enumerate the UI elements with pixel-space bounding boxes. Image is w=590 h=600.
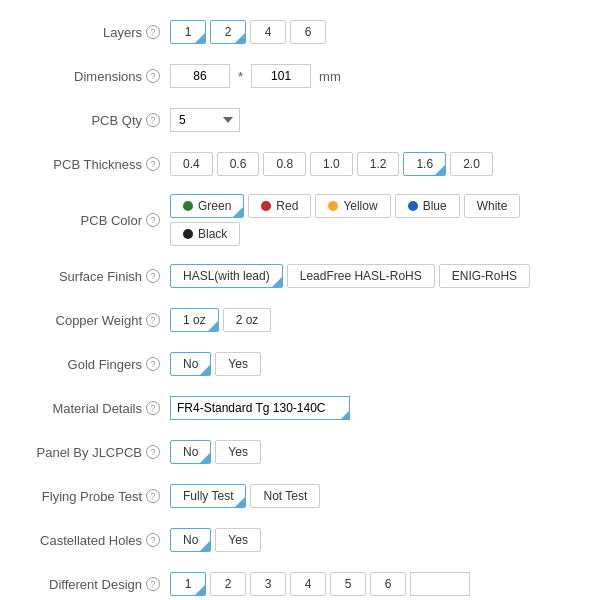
surfacefinish-enig[interactable]: ENIG-RoHS — [439, 264, 530, 288]
red-dot — [261, 201, 271, 211]
castellatedholes-help-icon[interactable]: ? — [146, 533, 160, 547]
panelbyjlcpcb-help-icon[interactable]: ? — [146, 445, 160, 459]
pcbcolor-black[interactable]: Black — [170, 222, 240, 246]
pcbcolor-yellow[interactable]: Yellow — [315, 194, 390, 218]
dimensions-unit: mm — [319, 69, 341, 84]
layers-help-icon[interactable]: ? — [146, 25, 160, 39]
pcbthickness-0.6[interactable]: 0.6 — [217, 152, 260, 176]
pcbthickness-1.2[interactable]: 1.2 — [357, 152, 400, 176]
pcbcolor-help-icon[interactable]: ? — [146, 213, 160, 227]
pcbqty-row: PCB Qty ? 5 10 15 20 25 30 50 75 100 — [0, 98, 590, 142]
castellatedholes-row: Castellated Holes ? No Yes — [0, 518, 590, 562]
panelbyjlcpcb-options: No Yes — [170, 440, 580, 464]
goldfingers-yes[interactable]: Yes — [215, 352, 261, 376]
differentdesign-help-icon[interactable]: ? — [146, 577, 160, 591]
pcbthickness-1.6[interactable]: 1.6 — [403, 152, 446, 176]
pcbqty-label: PCB Qty ? — [10, 113, 170, 128]
surfacefinish-row: Surface Finish ? HASL(with lead) LeadFre… — [0, 254, 590, 298]
blue-dot — [408, 201, 418, 211]
dimensions-separator: * — [234, 69, 247, 84]
differentdesign-extra-input[interactable] — [410, 572, 470, 596]
pcbcolor-white[interactable]: White — [464, 194, 521, 218]
materialdetails-input[interactable] — [170, 396, 350, 420]
goldfingers-help-icon[interactable]: ? — [146, 357, 160, 371]
layers-label: Layers ? — [10, 25, 170, 40]
goldfingers-row: Gold Fingers ? No Yes — [0, 342, 590, 386]
copperweight-options: 1 oz 2 oz — [170, 308, 580, 332]
surfacefinish-label: Surface Finish ? — [10, 269, 170, 284]
flyingprobetest-fully[interactable]: Fully Test — [170, 484, 246, 508]
dimensions-help-icon[interactable]: ? — [146, 69, 160, 83]
yellow-dot — [328, 201, 338, 211]
flyingprobetest-row: Flying Probe Test ? Fully Test Not Test — [0, 474, 590, 518]
layers-option-4[interactable]: 4 — [250, 20, 286, 44]
differentdesign-row: Different Design ? 1 2 3 4 5 6 — [0, 562, 590, 600]
copperweight-help-icon[interactable]: ? — [146, 313, 160, 327]
pcbthickness-help-icon[interactable]: ? — [146, 157, 160, 171]
goldfingers-no[interactable]: No — [170, 352, 211, 376]
layers-option-1[interactable]: 1 — [170, 20, 206, 44]
castellatedholes-no[interactable]: No — [170, 528, 211, 552]
pcbthickness-2.0[interactable]: 2.0 — [450, 152, 493, 176]
goldfingers-label: Gold Fingers ? — [10, 357, 170, 372]
dimensions-label: Dimensions ? — [10, 69, 170, 84]
surfacefinish-options: HASL(with lead) LeadFree HASL-RoHS ENIG-… — [170, 264, 580, 288]
surfacefinish-hasl[interactable]: HASL(with lead) — [170, 264, 283, 288]
differentdesign-4[interactable]: 4 — [290, 572, 326, 596]
layers-row: Layers ? 1 2 4 6 — [0, 10, 590, 54]
pcbcolor-green[interactable]: Green — [170, 194, 244, 218]
pcbqty-options: 5 10 15 20 25 30 50 75 100 — [170, 108, 580, 132]
dimensions-options: * mm — [170, 64, 580, 88]
pcbqty-help-icon[interactable]: ? — [146, 113, 160, 127]
differentdesign-options: 1 2 3 4 5 6 — [170, 572, 580, 596]
copperweight-label: Copper Weight ? — [10, 313, 170, 328]
copperweight-2oz[interactable]: 2 oz — [223, 308, 272, 332]
pcbthickness-1.0[interactable]: 1.0 — [310, 152, 353, 176]
differentdesign-2[interactable]: 2 — [210, 572, 246, 596]
pcbthickness-row: PCB Thickness ? 0.4 0.6 0.8 1.0 1.2 1.6 … — [0, 142, 590, 186]
material-wrapper — [170, 396, 350, 420]
differentdesign-1[interactable]: 1 — [170, 572, 206, 596]
pcbqty-select[interactable]: 5 10 15 20 25 30 50 75 100 — [170, 108, 240, 132]
differentdesign-3[interactable]: 3 — [250, 572, 286, 596]
flyingprobetest-options: Fully Test Not Test — [170, 484, 580, 508]
differentdesign-5[interactable]: 5 — [330, 572, 366, 596]
pcbthickness-0.4[interactable]: 0.4 — [170, 152, 213, 176]
castellatedholes-label: Castellated Holes ? — [10, 533, 170, 548]
materialdetails-row: Material Details ? — [0, 386, 590, 430]
pcbcolor-red[interactable]: Red — [248, 194, 311, 218]
panelbyjlcpcb-yes[interactable]: Yes — [215, 440, 261, 464]
castellatedholes-yes[interactable]: Yes — [215, 528, 261, 552]
black-dot — [183, 229, 193, 239]
green-dot — [183, 201, 193, 211]
pcbcolor-label: PCB Color ? — [10, 213, 170, 228]
pcbthickness-label: PCB Thickness ? — [10, 157, 170, 172]
panelbyjlcpcb-row: Panel By JLCPCB ? No Yes — [0, 430, 590, 474]
flyingprobetest-help-icon[interactable]: ? — [146, 489, 160, 503]
copperweight-row: Copper Weight ? 1 oz 2 oz — [0, 298, 590, 342]
panelbyjlcpcb-no[interactable]: No — [170, 440, 211, 464]
flyingprobetest-not[interactable]: Not Test — [250, 484, 320, 508]
dimensions-width-input[interactable] — [170, 64, 230, 88]
dimensions-row: Dimensions ? * mm — [0, 54, 590, 98]
copperweight-1oz[interactable]: 1 oz — [170, 308, 219, 332]
materialdetails-options — [170, 396, 580, 420]
differentdesign-label: Different Design ? — [10, 577, 170, 592]
surfacefinish-help-icon[interactable]: ? — [146, 269, 160, 283]
materialdetails-label: Material Details ? — [10, 401, 170, 416]
pcbcolor-blue[interactable]: Blue — [395, 194, 460, 218]
goldfingers-options: No Yes — [170, 352, 580, 376]
pcbthickness-options: 0.4 0.6 0.8 1.0 1.2 1.6 2.0 — [170, 152, 580, 176]
surfacefinish-leadfree[interactable]: LeadFree HASL-RoHS — [287, 264, 435, 288]
layers-option-2[interactable]: 2 — [210, 20, 246, 44]
flyingprobetest-label: Flying Probe Test ? — [10, 489, 170, 504]
pcbcolor-row: PCB Color ? Green Red Yellow Blue White … — [0, 186, 590, 254]
pcbcolor-options: Green Red Yellow Blue White Black — [170, 194, 580, 246]
layers-option-6[interactable]: 6 — [290, 20, 326, 44]
differentdesign-6[interactable]: 6 — [370, 572, 406, 596]
materialdetails-help-icon[interactable]: ? — [146, 401, 160, 415]
dimensions-height-input[interactable] — [251, 64, 311, 88]
layers-options: 1 2 4 6 — [170, 20, 580, 44]
pcbthickness-0.8[interactable]: 0.8 — [263, 152, 306, 176]
panelbyjlcpcb-label: Panel By JLCPCB ? — [10, 445, 170, 460]
